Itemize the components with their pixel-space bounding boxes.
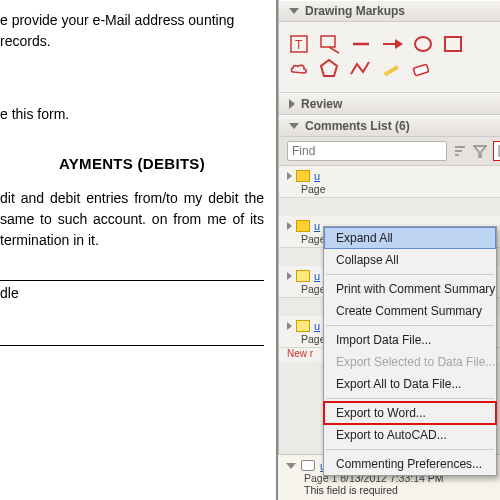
svg-point-7 bbox=[415, 37, 431, 51]
svg-rect-10 bbox=[384, 65, 399, 76]
chevron-right-icon bbox=[287, 222, 292, 230]
chevron-right-icon bbox=[287, 272, 292, 280]
drawing-markups-tools: T bbox=[279, 22, 500, 93]
menu-separator bbox=[326, 449, 494, 450]
doc-paragraph: dit and debit entries from/to my debit t… bbox=[0, 188, 264, 251]
section-title: Comments List (6) bbox=[305, 119, 410, 133]
rectangle-icon[interactable] bbox=[443, 34, 463, 54]
arrow-icon[interactable] bbox=[381, 34, 403, 54]
cloud-icon[interactable] bbox=[289, 58, 309, 78]
svg-rect-12 bbox=[413, 64, 429, 76]
svg-rect-8 bbox=[445, 37, 461, 51]
svg-text:T: T bbox=[295, 38, 303, 52]
menu-export-all[interactable]: Export All to Data File... bbox=[324, 373, 496, 395]
polygon-icon[interactable] bbox=[319, 58, 339, 78]
comment-item[interactable]: u Page bbox=[279, 166, 500, 198]
menu-export-autocad[interactable]: Export to AutoCAD... bbox=[324, 424, 496, 446]
doc-paragraph: e this form. bbox=[0, 104, 264, 125]
menu-export-word[interactable]: Export to Word... bbox=[324, 402, 496, 424]
filter-icon[interactable] bbox=[473, 144, 487, 158]
menu-separator bbox=[326, 325, 494, 326]
comments-list-header[interactable]: Comments List (6) bbox=[279, 115, 500, 137]
options-context-menu: Expand All Collapse All Print with Comme… bbox=[323, 226, 497, 476]
pencil-icon[interactable] bbox=[381, 58, 401, 78]
sort-icon[interactable] bbox=[453, 144, 467, 158]
doc-heading: AYMENTS (DEBITS) bbox=[0, 153, 264, 176]
menu-separator bbox=[326, 398, 494, 399]
svg-marker-6 bbox=[395, 39, 403, 49]
callout-icon[interactable] bbox=[319, 34, 341, 54]
oval-icon[interactable] bbox=[413, 34, 433, 54]
search-input[interactable] bbox=[287, 141, 447, 161]
menu-create-summary[interactable]: Create Comment Summary bbox=[324, 300, 496, 322]
section-title: Review bbox=[301, 97, 342, 111]
chevron-down-icon bbox=[289, 8, 299, 14]
menu-export-selected: Export Selected to Data File... bbox=[324, 351, 496, 373]
chevron-right-icon bbox=[287, 172, 292, 180]
comment-body: This field is required bbox=[304, 484, 492, 496]
svg-marker-15 bbox=[474, 146, 486, 157]
menu-collapse-all[interactable]: Collapse All bbox=[324, 249, 496, 271]
eraser-icon[interactable] bbox=[411, 58, 431, 78]
chevron-right-icon bbox=[287, 322, 292, 330]
menu-print-summary[interactable]: Print with Comment Summary bbox=[324, 278, 496, 300]
svg-rect-2 bbox=[321, 36, 335, 47]
highlight-icon bbox=[296, 270, 310, 282]
menu-commenting-prefs[interactable]: Commenting Preferences... bbox=[324, 453, 496, 475]
sticky-note-icon bbox=[296, 220, 310, 232]
review-header[interactable]: Review bbox=[279, 93, 500, 115]
drawing-markups-header[interactable]: Drawing Markups bbox=[279, 0, 500, 22]
menu-expand-all[interactable]: Expand All bbox=[324, 227, 496, 249]
menu-import-data[interactable]: Import Data File... bbox=[324, 329, 496, 351]
chevron-right-icon bbox=[289, 99, 295, 109]
options-button[interactable] bbox=[493, 141, 500, 161]
signature-label: dle bbox=[0, 283, 264, 304]
doc-paragraph: e provide your e-Mail address ounting re… bbox=[0, 10, 264, 52]
line-icon[interactable] bbox=[351, 34, 371, 54]
section-title: Drawing Markups bbox=[305, 4, 405, 18]
text-box-icon[interactable]: T bbox=[289, 34, 309, 54]
svg-marker-9 bbox=[321, 60, 337, 76]
comment-meta: Page bbox=[301, 183, 492, 195]
polyline-icon[interactable] bbox=[349, 58, 371, 78]
chevron-down-icon bbox=[286, 463, 296, 469]
comments-search-bar bbox=[279, 137, 500, 166]
svg-line-3 bbox=[329, 47, 339, 53]
comment-user: u bbox=[314, 320, 320, 332]
comment-user: u bbox=[314, 270, 320, 282]
comment-user: u bbox=[314, 220, 320, 232]
menu-separator bbox=[326, 274, 494, 275]
speech-bubble-icon bbox=[301, 460, 315, 471]
signature-line[interactable] bbox=[0, 259, 264, 281]
document-panel: e provide your e-Mail address ounting re… bbox=[0, 0, 278, 500]
sticky-note-icon bbox=[296, 170, 310, 182]
signature-line[interactable] bbox=[0, 324, 264, 346]
highlight-icon bbox=[296, 320, 310, 332]
chevron-down-icon bbox=[289, 123, 299, 129]
comment-user: u bbox=[314, 170, 320, 182]
